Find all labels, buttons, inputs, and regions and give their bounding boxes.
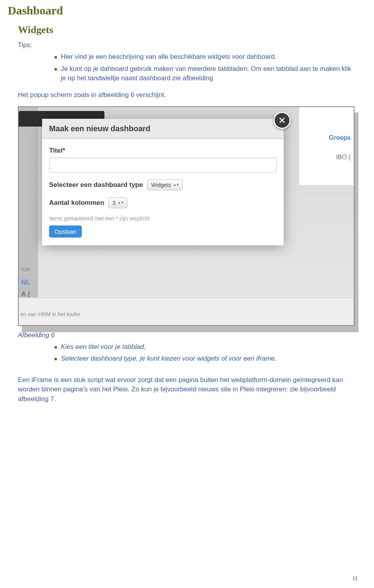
cols-select[interactable]: 3 ▲▼: [108, 197, 128, 208]
bg-text: en van HRM in het kader: [20, 311, 81, 317]
bg-text: NL: [21, 278, 30, 287]
tips-label: Tips:: [18, 41, 355, 49]
cols-select-value: 3: [113, 200, 116, 206]
save-button[interactable]: Opslaan: [49, 225, 82, 238]
close-icon[interactable]: [273, 112, 291, 129]
bg-text: A (: [21, 290, 30, 298]
iframe-paragraph: Een iFrame is een stuk script wat ervoor…: [18, 375, 355, 404]
bullet-list-2: Kies een titel voor je tabblad, Selectee…: [55, 342, 355, 364]
popup-text: Het popup scherm zoals in afbeelding 6 v…: [18, 90, 355, 100]
figure-caption: Afbeelding 6: [18, 331, 355, 339]
bg-text: roe: [21, 266, 30, 273]
modal-title: Maak een nieuw dashboard: [42, 119, 284, 139]
bg-right-panel: Deze widg Groeps IBO (: [299, 107, 354, 185]
type-label: Selecteer een dashboard type: [49, 181, 143, 189]
cols-label: Aantal kolommen: [49, 199, 104, 207]
list-item: Selecteer dashboard type, je kunt kiezen…: [55, 354, 355, 364]
bg-text: IBO (: [336, 154, 351, 161]
section-title: Widgets: [18, 24, 355, 36]
type-select[interactable]: Widgets ▲▼: [147, 180, 183, 190]
page-title: Dashboard: [8, 4, 355, 17]
list-item: Je kunt op je dahboard gebruik maken van…: [55, 64, 355, 83]
titel-label: Titel*: [49, 147, 277, 155]
tips-list: Hier vind je een beschrijving van alle b…: [55, 52, 355, 83]
titel-input[interactable]: [49, 158, 277, 173]
chevron-updown-icon: ▲▼: [118, 202, 124, 204]
figure-screenshot: Deze widg Groeps IBO ( roe NL A ( en van…: [18, 106, 355, 326]
modal-new-dashboard: Maak een nieuw dashboard Titel* Selectee…: [42, 119, 284, 245]
chevron-updown-icon: ▲▼: [173, 184, 180, 186]
list-item: Hier vind je een beschrijving van alle b…: [55, 52, 355, 62]
page-number: 11: [353, 576, 358, 582]
required-hint: Items gemarkeerd met een * zijn verplich…: [49, 215, 277, 222]
bg-link: Groeps: [329, 134, 351, 141]
bg-bottom: en van HRM in het kader: [19, 298, 354, 325]
list-item: Kies een titel voor je tabblad,: [55, 342, 355, 352]
type-select-value: Widgets: [151, 182, 171, 188]
